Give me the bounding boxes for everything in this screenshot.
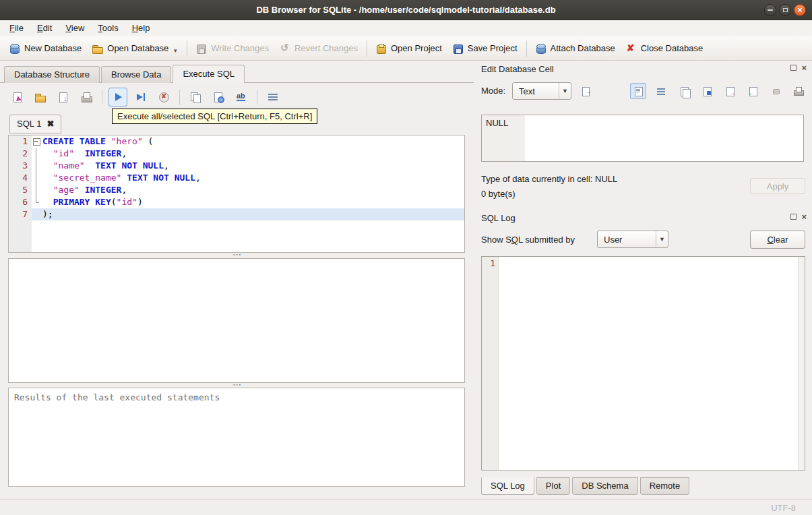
dock-icon-group: × [790,214,807,220]
dock-tab-db-schema[interactable]: DB Schema [572,477,637,495]
print-button[interactable] [790,83,807,99]
close-icon[interactable]: × [801,214,807,220]
open-sql-file-button[interactable] [31,88,50,107]
tab-database-structure[interactable]: Database Structure [4,66,100,83]
minimize-icon [768,9,773,11]
stop-execution-button[interactable] [154,88,173,107]
text-document-button[interactable] [630,83,646,99]
set-null-icon [770,86,781,96]
editor-lines: 1CREATE TABLE "hero" (2 "id" INTEGER,3 "… [9,135,464,220]
fold-marker-icon[interactable] [32,135,41,148]
close-database-button[interactable]: Close Database [621,40,709,57]
sql-tab-label: SQL 1 [17,119,41,129]
minimize-button[interactable] [764,4,776,16]
fold-column [32,160,41,172]
tab-execute-sql[interactable]: Execute SQL [173,65,245,83]
results-message-area: Results of the last executed statements [8,388,465,487]
save-results-button[interactable] [186,88,205,107]
results-grid[interactable] [8,258,465,383]
sql-log-area[interactable]: 1 [481,256,805,471]
open-database-button[interactable]: Open Database▼ [87,40,183,57]
menu-view[interactable]: View [59,20,91,36]
dock-tab-plot[interactable]: Plot [536,477,570,495]
main-toolbar: New DatabaseOpen Database▼Write ChangesR… [0,36,812,61]
menu-help[interactable]: Help [125,20,157,36]
print-icon [793,86,804,96]
toolbar-separator [367,40,367,57]
export-data-button[interactable] [722,83,738,99]
encoding-label: UTF-8 [771,503,796,513]
sql-log-dock-header: SQL Log × [476,212,812,225]
code-text: "id" INTEGER, [41,148,464,160]
close-tab-icon[interactable]: ✖ [46,119,54,128]
set-null-button[interactable] [768,83,784,99]
save-sql-file-button[interactable] [54,88,73,107]
save-project-icon [453,43,464,54]
menu-edit[interactable]: Edit [30,20,59,36]
print-sql-button[interactable] [77,88,96,107]
dock-tab-remote[interactable]: Remote [640,477,690,495]
align-lines-icon [656,86,666,96]
format-text-button[interactable] [232,88,251,107]
dock-pane: Edit Database Cell × Mode: Text ▼ NULL [476,61,812,499]
chevron-down-icon: ▼ [559,83,571,99]
float-icon[interactable] [790,214,797,220]
toolbar-separator [526,40,527,57]
dock-tab-sql-log[interactable]: SQL Log [481,477,534,495]
dock-tab-bar: SQL LogPlotDB SchemaRemote [481,477,689,495]
toolbar-button-label: Open Database [107,43,168,53]
toolbar-separator [187,40,187,57]
clear-button[interactable]: Clear [750,231,805,249]
app-window: DB Browser for SQLite - /home/user/code/… [0,0,812,515]
copy-button[interactable] [676,83,692,99]
log-scrollbar[interactable] [798,257,805,470]
menu-file[interactable]: File [3,20,30,36]
cell-editor[interactable]: NULL [481,115,804,162]
new-tab-button[interactable] [8,88,27,107]
fold-column [32,172,41,184]
word-wrap-button[interactable] [263,88,282,107]
editor-line-6: 6 PRIMARY KEY("id") [9,196,464,208]
chevron-down-icon: ▼ [656,231,668,247]
tab-browse-data[interactable]: Browse Data [101,66,171,83]
line-number: 5 [9,184,32,196]
line-number: 6 [9,196,32,208]
align-lines-button[interactable] [653,83,669,99]
import-data-button[interactable] [745,83,761,99]
execute-line-button[interactable] [131,88,150,107]
save-button[interactable] [699,83,715,99]
execute-all-button[interactable] [108,88,127,107]
close-icon[interactable]: × [801,65,807,71]
menu-tools[interactable]: Tools [91,20,125,36]
line-number: 4 [9,172,32,184]
window-title: DB Browser for SQLite - /home/user/code/… [0,5,812,15]
editor-line-3: 3 "name" TEXT NOT NULL, [9,160,464,172]
cell-value-strip: NULL [482,115,525,161]
database-file-button[interactable] [209,88,228,107]
sql-editor[interactable]: 1CREATE TABLE "hero" (2 "id" INTEGER,3 "… [8,135,465,253]
maximize-icon [783,8,788,12]
sql-file-tab[interactable]: SQL 1 ✖ [9,115,61,133]
toolbar-separator [257,90,257,104]
title-bar[interactable]: DB Browser for SQLite - /home/user/code/… [0,0,812,20]
toolbar-button-label: Write Changes [211,43,269,53]
mode-select[interactable]: Text ▼ [512,82,571,100]
open-project-button[interactable]: Open Project [371,40,447,57]
save-sql-file-icon [57,91,69,103]
print-sql-icon [80,91,92,103]
log-filter-value: User [604,235,622,245]
attach-database-button[interactable]: Attach Database [530,40,621,57]
horizontal-splitter-grip[interactable]: ⋯ [0,253,474,258]
import-from-file-button[interactable] [578,83,594,99]
close-button[interactable]: × [794,4,806,16]
save-project-button[interactable]: Save Project [447,40,523,57]
log-filter-select[interactable]: User ▼ [597,231,668,248]
import-from-file-icon [581,86,592,96]
new-database-button[interactable]: New Database [4,40,87,57]
float-icon[interactable] [790,65,797,71]
edit-cell-mode-row: Mode: Text ▼ [476,81,812,101]
cell-type-info: Type of data currently in cell: NULL [481,174,617,184]
maximize-button[interactable] [779,4,791,16]
fold-column [32,208,41,220]
window-controls: × [764,4,806,16]
